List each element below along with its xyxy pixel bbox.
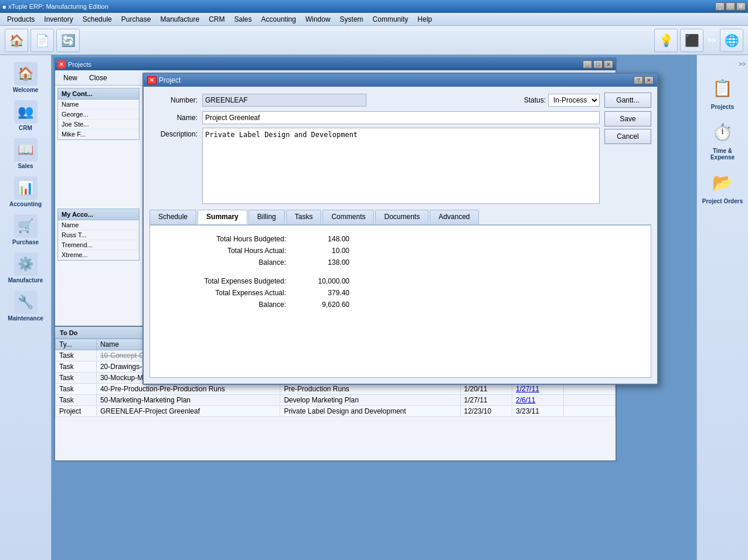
toolbar-btn-right-2[interactable]: ⬛ xyxy=(680,29,703,52)
toolbar-expand-btn[interactable]: >> xyxy=(706,36,718,45)
menu-community[interactable]: Community xyxy=(368,14,413,25)
sidebar-label-purchase: Purchase xyxy=(12,239,39,245)
projects-minimize-btn[interactable]: _ xyxy=(583,60,592,69)
toolbar-btn-2[interactable]: 📄 xyxy=(30,29,54,52)
name-buttons-row: Name: Description: Private Label Design … xyxy=(149,111,651,207)
projects-close-btn[interactable]: ✕ xyxy=(604,60,613,69)
toolbar-btn-3[interactable]: 🔄 xyxy=(56,29,80,52)
maximize-button[interactable]: □ xyxy=(726,2,735,11)
gantt-button[interactable]: Gantt... xyxy=(604,93,651,108)
tab-advanced[interactable]: Advanced xyxy=(430,210,478,224)
status-select[interactable]: In-Process Concept Complete xyxy=(548,94,600,107)
menu-accounting[interactable]: Accounting xyxy=(257,14,301,25)
my-contacts-row-1[interactable]: George... xyxy=(58,110,139,119)
table-row[interactable]: Project GREENLEAF-Project Greenleaf Priv… xyxy=(56,406,616,417)
summary-value-hours-actual: 10.00 xyxy=(291,247,349,255)
sales-icon: 📖 xyxy=(14,138,38,162)
dialog-maximize-btn[interactable]: ✕ xyxy=(644,76,654,84)
menu-inventory[interactable]: Inventory xyxy=(39,14,77,25)
projects-new-btn[interactable]: New xyxy=(60,73,81,83)
cancel-button[interactable]: Cancel xyxy=(604,129,651,144)
menu-purchase[interactable]: Purchase xyxy=(117,14,156,25)
summary-panel: Total Hours Budgeted: 148.00 Total Hours… xyxy=(149,226,651,378)
todo-desc-6: Private Label Design and Development xyxy=(280,406,460,417)
sidebar-item-crm[interactable]: 👥 CRM xyxy=(3,98,49,134)
my-account-row-1[interactable]: Russ T... xyxy=(58,230,139,240)
todo-name-5: 50-Marketing-Marketing Plan xyxy=(96,395,280,406)
sidebar-item-sales[interactable]: 📖 Sales xyxy=(3,136,49,172)
sidebar-item-purchase[interactable]: 🛒 Purchase xyxy=(3,212,49,248)
main-toolbar: 🏠 📄 🔄 💡 ⬛ >> 🌐 xyxy=(0,26,748,55)
projects-restore-btn[interactable]: □ xyxy=(593,60,603,69)
summary-value-expenses-balance: 9,620.60 xyxy=(291,301,349,309)
description-textarea[interactable]: Private Label Design and Development xyxy=(202,128,600,204)
dialog-title: Project xyxy=(159,76,181,84)
save-button[interactable]: Save xyxy=(604,111,651,127)
sidebar-item-welcome[interactable]: 🏠 Welcome xyxy=(3,60,49,95)
projects-right-icon: 📋 xyxy=(708,73,737,103)
table-row[interactable]: Task 50-Marketing-Marketing Plan Develop… xyxy=(56,395,616,406)
projects-window-close-icon[interactable]: ✕ xyxy=(57,60,66,69)
menu-schedule[interactable]: Schedule xyxy=(78,14,117,25)
purchase-icon: 🛒 xyxy=(14,214,38,238)
app-title: xTuple ERP: Manufacturing Edition xyxy=(8,3,715,10)
tab-comments[interactable]: Comments xyxy=(322,210,374,224)
my-account-row-2[interactable]: Tremend... xyxy=(58,240,139,250)
sidebar-item-maintenance[interactable]: 🔧 Maintenance xyxy=(3,288,49,324)
sidebar-label-sales: Sales xyxy=(18,163,33,169)
project-orders-icon: 📂 xyxy=(708,168,737,197)
menu-sales[interactable]: Sales xyxy=(230,14,257,25)
table-row[interactable]: Task 40-Pre-Production-Pre-Production Ru… xyxy=(56,384,616,395)
menu-manufacture[interactable]: Manufacture xyxy=(155,14,204,25)
my-account-header: My Acco... xyxy=(58,209,139,220)
sidebar-label-accounting: Accounting xyxy=(9,201,42,207)
right-panel-label-time-expense: Time & Expense xyxy=(702,148,743,161)
todo-date1-5: 1/27/11 xyxy=(460,395,512,406)
toolbar-icon-right-2: ⬛ xyxy=(685,33,699,47)
menu-system[interactable]: System xyxy=(335,14,368,25)
todo-type-4: Task xyxy=(56,384,97,395)
menu-crm[interactable]: CRM xyxy=(204,14,229,25)
dialog-help-btn[interactable]: ? xyxy=(634,76,643,84)
crm-icon: 👥 xyxy=(14,100,38,124)
menu-products[interactable]: Products xyxy=(2,14,39,25)
dialog-close-icon[interactable]: ✕ xyxy=(147,76,157,84)
right-panel-label-projects: Projects xyxy=(711,104,734,110)
close-button[interactable]: ✕ xyxy=(736,2,746,11)
menu-window[interactable]: Window xyxy=(301,14,335,25)
right-panel-item-projects[interactable]: 📋 Projects xyxy=(700,71,746,112)
projects-window-title: Projects xyxy=(68,61,91,68)
tab-billing[interactable]: Billing xyxy=(249,210,285,224)
projects-close-toolbar-btn[interactable]: Close xyxy=(86,73,111,83)
toolbar-btn-1[interactable]: 🏠 xyxy=(5,29,28,52)
projects-window-buttons: _ □ ✕ xyxy=(583,60,613,69)
tabs-container: Schedule Summary Billing Tasks Comments … xyxy=(149,210,651,226)
name-input[interactable] xyxy=(202,111,600,124)
menu-help[interactable]: Help xyxy=(413,14,437,25)
toolbar-icon-1: 🏠 xyxy=(9,33,24,47)
globe-icon: 🌐 xyxy=(725,33,739,47)
tab-schedule[interactable]: Schedule xyxy=(149,210,196,224)
number-input[interactable] xyxy=(202,94,366,107)
my-contacts-row-3[interactable]: Mike F... xyxy=(58,129,139,139)
summary-row-expenses-balance: Balance: 9,620.60 xyxy=(162,301,639,309)
summary-row-expenses-budgeted: Total Expenses Budgeted: 10,000.00 xyxy=(162,277,639,285)
toolbar-btn-right-1[interactable]: 💡 xyxy=(654,29,678,52)
minimize-button[interactable]: _ xyxy=(715,2,725,11)
my-contacts-row-2[interactable]: Joe Ste... xyxy=(58,119,139,129)
my-account-row-3[interactable]: Xtreme... xyxy=(58,250,139,260)
todo-name-6: GREENLEAF-Project Greenleaf xyxy=(96,406,280,417)
dialog-content: Number: Status: In-Process Concept Compl… xyxy=(144,87,657,384)
tab-tasks[interactable]: Tasks xyxy=(286,210,322,224)
summary-label-expenses-actual: Total Expenses Actual: xyxy=(162,289,291,297)
tab-documents[interactable]: Documents xyxy=(375,210,429,224)
tab-summary[interactable]: Summary xyxy=(198,210,247,224)
center-area: ✕ Projects _ □ ✕ New Close My Cont... Na… xyxy=(52,55,696,560)
right-panel-expand-btn[interactable]: >> xyxy=(736,60,748,69)
sidebar-item-accounting[interactable]: 📊 Accounting xyxy=(3,174,49,210)
right-panel-item-time-expense[interactable]: ⏱️ Time & Expense xyxy=(700,115,746,163)
sidebar-item-manufacture[interactable]: ⚙️ Manufacture xyxy=(3,250,49,286)
toolbar-btn-globe[interactable]: 🌐 xyxy=(720,29,743,52)
todo-type-1: Task xyxy=(56,350,97,361)
right-panel-item-project-orders[interactable]: 📂 Project Orders xyxy=(700,165,746,207)
